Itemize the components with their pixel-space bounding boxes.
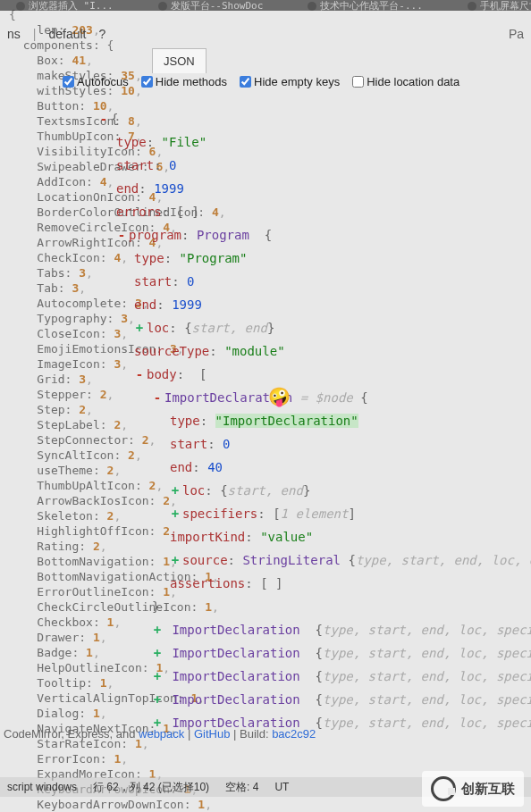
component-counts-list: { len: 203, components: { Box: 41, makeS… [0,0,531,812]
